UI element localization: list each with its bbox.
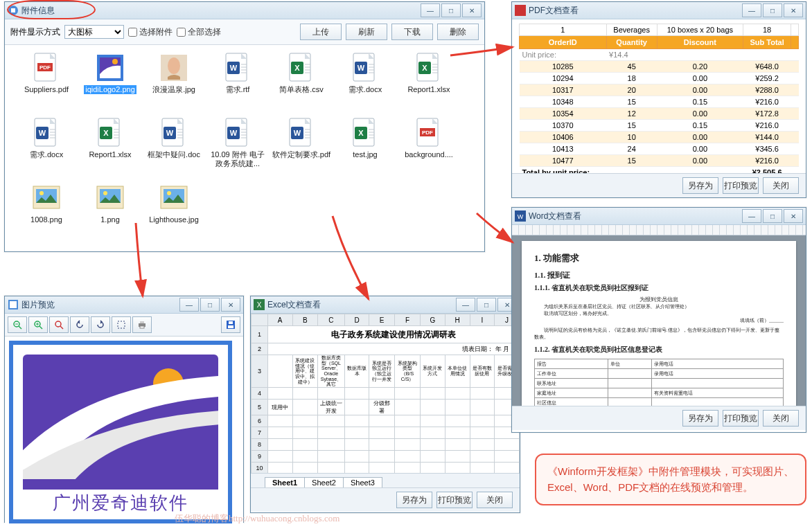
ruler xyxy=(512,225,806,235)
maximize-button[interactable]: □ xyxy=(477,298,496,312)
titlebar[interactable]: W Word文档查看 —□✕ xyxy=(512,208,806,225)
close-button[interactable]: ✕ xyxy=(462,3,482,17)
para: 说明到证的党员有价格为党员，《诺立基使.第氏门前缩号.信息》，包含研党员信息仍下… xyxy=(534,327,784,341)
file-item[interactable]: W需求.docx xyxy=(333,51,397,116)
maximize-button[interactable]: □ xyxy=(200,298,220,312)
file-item[interactable]: XReport1.xlsx xyxy=(397,51,461,116)
print-preview-button[interactable]: 打印预览 xyxy=(723,177,759,194)
file-item[interactable]: W软件定制要求.pdf xyxy=(270,116,333,181)
image-toolbar xyxy=(5,314,243,337)
svg-text:X: X xyxy=(294,64,300,72)
watermark-text: 伍华聪的博客http://wuhuacong.cnblogs.com xyxy=(175,512,339,525)
titlebar[interactable]: X Excel文档查看 —□✕ xyxy=(251,296,520,314)
upload-button[interactable]: 上传 xyxy=(300,24,342,40)
sheet-tab[interactable]: Sheet3 xyxy=(343,477,382,487)
app-icon: W xyxy=(515,210,526,222)
svg-rect-1 xyxy=(11,8,15,12)
svg-rect-60 xyxy=(140,321,144,323)
zoom-fit-icon[interactable] xyxy=(49,316,69,333)
svg-text:X: X xyxy=(103,129,109,137)
refresh-button[interactable]: 刷新 xyxy=(346,24,387,40)
titlebar[interactable]: 图片预览 —□✕ xyxy=(5,296,243,314)
file-label: 需求.docx xyxy=(30,150,63,159)
excel-sheet-area[interactable]: ABCDEFGHIJ1电子政务系统建设使用情况调研表2填表日期： 年 月 日3系… xyxy=(251,314,520,473)
file-label: 10.09 附件 电子政务系统建... xyxy=(208,150,267,168)
attachment-toolbar: 附件显示方式 大图标 选择附件 全部选择 上传 刷新 下载 删除 xyxy=(5,19,484,45)
save-icon[interactable] xyxy=(221,316,240,333)
save-as-button[interactable]: 另存为 xyxy=(682,410,718,427)
attachment-window: 附件信息 — □ ✕ 附件显示方式 大图标 选择附件 全部选择 上传 刷新 下载… xyxy=(4,1,485,252)
maximize-button[interactable]: □ xyxy=(441,3,461,17)
titlebar[interactable]: 附件信息 — □ ✕ xyxy=(5,2,484,19)
file-item[interactable]: PDFSuppliers.pdf xyxy=(15,51,78,116)
close-button[interactable]: ✕ xyxy=(784,209,803,223)
display-mode-select[interactable]: 大图标 xyxy=(64,25,124,39)
word-content[interactable]: 1. 功能需求 1.1. 报到证 1.1.1. 省直机关在职党员到社区报到证 为… xyxy=(512,235,806,406)
svg-text:W: W xyxy=(358,64,365,72)
close-button[interactable]: 关闭 xyxy=(763,177,799,194)
sheet-tab[interactable]: Sheet2 xyxy=(304,477,344,487)
zoom-out-icon[interactable] xyxy=(8,316,27,333)
pdf-content[interactable]: 1Beverages10 boxes x 20 bags18OrderIDQua… xyxy=(512,19,806,173)
close-button[interactable]: ✕ xyxy=(784,3,803,17)
svg-text:W: W xyxy=(518,213,524,220)
select-attachment-checkbox[interactable]: 选择附件 xyxy=(128,26,173,38)
minimize-button[interactable]: — xyxy=(456,298,475,312)
download-button[interactable]: 下载 xyxy=(391,24,433,40)
file-item[interactable]: W10.09 附件 电子政务系统建... xyxy=(206,116,270,181)
print-icon[interactable] xyxy=(132,316,152,333)
maximize-button[interactable]: □ xyxy=(763,3,782,17)
delete-button[interactable]: 删除 xyxy=(437,24,479,40)
rotate-right-icon[interactable] xyxy=(91,316,110,333)
file-label: background.... xyxy=(405,150,453,159)
save-as-button[interactable]: 另存为 xyxy=(396,492,432,508)
rotate-left-icon[interactable] xyxy=(70,316,89,333)
file-item[interactable]: X简单表格.csv xyxy=(270,51,333,116)
pdf-viewer-window: PDF文档查看 —□✕ 1Beverages10 boxes x 20 bags… xyxy=(511,1,806,198)
file-label: test.jpg xyxy=(353,150,377,159)
file-icon: W xyxy=(285,117,317,149)
svg-rect-68 xyxy=(515,5,526,16)
para: 为报到党员信息 xyxy=(534,296,784,303)
file-item[interactable]: W需求.docx xyxy=(15,116,78,181)
save-as-button[interactable]: 另存为 xyxy=(682,177,718,194)
print-preview-button[interactable]: 打印预览 xyxy=(436,492,473,508)
minimize-button[interactable]: — xyxy=(421,3,440,17)
file-icon: PDF xyxy=(30,52,62,84)
file-item[interactable]: PDFbackground.... xyxy=(397,116,461,181)
file-item[interactable]: W需求.rtf xyxy=(206,51,270,116)
minimize-button[interactable]: — xyxy=(742,3,761,17)
display-mode-label: 附件显示方式 xyxy=(10,26,60,38)
maximize-button[interactable]: □ xyxy=(763,209,782,223)
svg-point-57 xyxy=(55,321,61,327)
close-button[interactable]: 关闭 xyxy=(477,492,513,508)
file-item[interactable]: 1.png xyxy=(78,181,142,246)
file-item[interactable]: 浪漫温泉.jpg xyxy=(142,51,206,116)
file-item[interactable]: XReport1.xlsx xyxy=(78,116,142,181)
svg-text:PDF: PDF xyxy=(39,64,51,71)
app-icon xyxy=(8,299,19,310)
svg-point-10 xyxy=(168,57,180,74)
file-item[interactable]: 1008.png xyxy=(15,181,78,246)
file-item[interactable]: Xtest.jpg xyxy=(333,116,397,181)
print-preview-button[interactable]: 打印预览 xyxy=(723,410,759,427)
word-viewer-window: W Word文档查看 —□✕ 1. 功能需求 1.1. 报到证 1.1.1. 省… xyxy=(511,207,806,433)
sheet-tab[interactable]: Sheet1 xyxy=(265,477,305,487)
file-item[interactable]: W框架中疑问.doc xyxy=(142,116,206,181)
actual-size-icon[interactable] xyxy=(112,316,131,333)
svg-text:W: W xyxy=(39,129,46,137)
svg-text:W: W xyxy=(166,129,174,137)
minimize-button[interactable]: — xyxy=(179,298,199,312)
svg-text:X: X xyxy=(257,301,262,309)
close-button[interactable]: 关闭 xyxy=(763,410,799,427)
file-item[interactable]: iqidiLogo2.png xyxy=(78,51,142,116)
select-all-checkbox[interactable]: 全部选择 xyxy=(177,26,221,38)
close-button[interactable]: ✕ xyxy=(221,298,240,312)
svg-point-52 xyxy=(167,191,171,195)
file-item[interactable]: Lighthouse.jpg xyxy=(142,181,206,246)
zoom-in-icon[interactable] xyxy=(28,316,48,333)
titlebar[interactable]: PDF文档查看 —□✕ xyxy=(512,2,806,19)
file-icon: X xyxy=(94,117,126,149)
logo-image: 广州爱奇迪软件 xyxy=(9,341,232,523)
minimize-button[interactable]: — xyxy=(742,209,761,223)
